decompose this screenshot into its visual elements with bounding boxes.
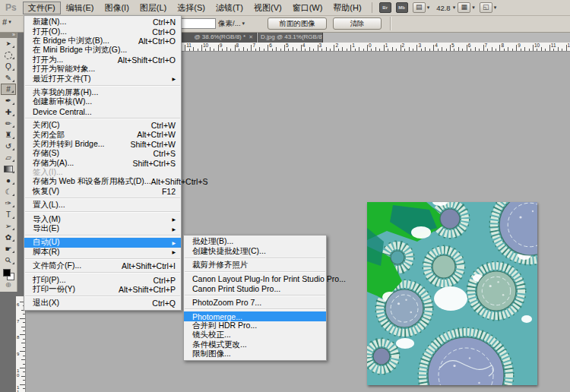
- foreground-color-swatch[interactable]: [3, 269, 11, 277]
- type-tool[interactable]: T: [1, 209, 16, 220]
- file-menu-item[interactable]: 脚本(R)▶: [24, 248, 181, 257]
- menubar-item-view[interactable]: 视图(V): [249, 2, 287, 14]
- file-menu-item[interactable]: 文件简介(F)...Alt+Shift+Ctrl+I: [24, 261, 181, 270]
- pen-tool[interactable]: ✑: [1, 198, 16, 209]
- gradient-tool[interactable]: [1, 163, 16, 175]
- clone-stamp-tool[interactable]: ♜: [1, 129, 16, 141]
- flower-speckle: [502, 294, 505, 296]
- menubar-item-filter[interactable]: 滤镜(T): [211, 2, 249, 14]
- ruler-tick: [214, 49, 214, 51]
- hand-tool[interactable]: ☛: [1, 243, 16, 254]
- panel-collapse-icon[interactable]: »: [0, 32, 17, 38]
- screen-mode-icon: ◱: [480, 2, 492, 13]
- file-menu-item[interactable]: 创建新审核(W)...: [24, 97, 181, 106]
- dodge-tool[interactable]: ☾: [1, 186, 16, 198]
- menubar-item-layer[interactable]: 图层(L): [135, 2, 172, 14]
- vertical-ruler[interactable]: 67891 01 1: [16, 296, 26, 392]
- eraser-tool[interactable]: ▱: [1, 152, 16, 163]
- file-menu-item[interactable]: 在 Mini Bridge 中浏览(G)...: [24, 46, 181, 55]
- tool-preset-picker[interactable]: # ▾: [2, 17, 11, 27]
- automate-submenu-item[interactable]: 镜头校正...: [184, 330, 326, 340]
- ruler-tick: [205, 49, 206, 51]
- file-menu-item[interactable]: 导出(E)▶: [24, 224, 181, 233]
- quick-selection-tool[interactable]: ✎: [1, 72, 16, 84]
- ruler-tick: [492, 47, 492, 51]
- dodge-tool-icon: ☾: [5, 188, 12, 196]
- file-menu-item[interactable]: 打开(O)...Ctrl+O: [24, 27, 181, 36]
- file-menu-item[interactable]: 自动(U)▶: [24, 238, 181, 247]
- file-menu-item[interactable]: 恢复(V)F12: [24, 187, 181, 196]
- document-tab-active[interactable]: D.jpg @ 43.1%(RGB/8) *✕: [258, 32, 323, 43]
- menubar-item-image[interactable]: 图像(I): [99, 2, 134, 14]
- clear-button[interactable]: 清除: [333, 17, 382, 30]
- file-menu-item[interactable]: 存储为 Web 和设备所用格式(D)...Alt+Shift+Ctrl+S: [24, 177, 181, 186]
- view-extras-button[interactable]: ▤▾: [413, 2, 430, 13]
- automate-submenu-item[interactable]: 限制图像...: [184, 349, 326, 359]
- arrange-documents-button[interactable]: ▦▾: [458, 2, 475, 13]
- file-menu-item[interactable]: 关闭并转到 Bridge...Shift+Ctrl+W: [24, 140, 181, 149]
- move-tool[interactable]: ➤: [1, 38, 16, 49]
- blur-tool[interactable]: ●: [1, 175, 16, 186]
- ruler-tick: [313, 49, 314, 51]
- close-icon[interactable]: ✕: [249, 34, 253, 40]
- automate-submenu-item[interactable]: Photomerge...: [184, 311, 326, 321]
- file-menu-item[interactable]: 打开为智能对象...: [24, 65, 181, 74]
- automate-submenu-item[interactable]: PhotoZoom Pro 7...: [184, 298, 326, 307]
- automate-submenu-item[interactable]: 批处理(B)...: [184, 237, 326, 246]
- file-menu-item[interactable]: 关闭(C)Ctrl+W: [24, 121, 181, 130]
- elliptical-marquee-tool[interactable]: [1, 49, 16, 61]
- ruler-tick: [326, 47, 327, 51]
- automate-submenu-item[interactable]: Canon Print Studio Pro...: [184, 284, 326, 293]
- file-menu-item[interactable]: 置入(L)...: [24, 201, 181, 210]
- crop-size-field[interactable]: [181, 18, 216, 29]
- automate-submenu-item[interactable]: 合并到 HDR Pro...: [184, 321, 326, 330]
- file-menu-item[interactable]: 打开为...Alt+Shift+Ctrl+O: [24, 55, 181, 65]
- file-menu-item[interactable]: 在 Bridge 中浏览(B)...Alt+Ctrl+O: [24, 36, 181, 46]
- custom-shape-tool[interactable]: ✿: [1, 232, 16, 243]
- color-swatches[interactable]: [1, 267, 16, 281]
- path-selection-tool[interactable]: ➢: [1, 220, 16, 232]
- launch-bridge-button[interactable]: Br: [379, 2, 391, 13]
- history-brush-tool[interactable]: ↺: [1, 141, 16, 152]
- file-menu-item[interactable]: 导入(M)▶: [24, 214, 181, 223]
- flower-speckle: [410, 311, 412, 314]
- menubar-item-file[interactable]: 文件(F): [23, 2, 61, 14]
- file-menu-item[interactable]: 共享我的屏幕(H)...: [24, 88, 181, 97]
- file-menu-item[interactable]: Device Central...: [24, 107, 181, 116]
- file-menu-item[interactable]: 退出(X)Ctrl+Q: [24, 299, 181, 308]
- automate-submenu-item[interactable]: Canon Layout Plug-In for Print Studio Pr…: [184, 274, 326, 283]
- quick-mask-button[interactable]: ◎: [1, 281, 16, 289]
- file-menu-item[interactable]: 打印(P)...Ctrl+P: [24, 275, 181, 284]
- file-menu-item[interactable]: 存储(S)Ctrl+S: [24, 149, 181, 158]
- eyedropper-tool[interactable]: ✒: [1, 95, 16, 106]
- file-menu-item[interactable]: 关闭全部Alt+Ctrl+W: [24, 130, 181, 139]
- zoom-level-value[interactable]: 42.8: [436, 4, 451, 12]
- automate-submenu-item[interactable]: 条件模式更改...: [184, 340, 326, 349]
- file-menu-item[interactable]: 打印一份(Y)Alt+Shift+Ctrl+P: [24, 285, 181, 294]
- menubar-item-help[interactable]: 帮助(H): [328, 2, 366, 14]
- front-image-button[interactable]: 前面的图像: [268, 17, 327, 30]
- menu-item-shortcut: Shift+Ctrl+W: [130, 140, 176, 149]
- chevron-down-icon[interactable]: ▾: [453, 5, 456, 11]
- launch-mini-bridge-button[interactable]: Mb: [396, 2, 408, 13]
- blur-tool-icon: ●: [6, 176, 11, 185]
- automate-submenu-item[interactable]: 创建快捷批处理(C)...: [184, 246, 326, 255]
- menubar-item-window[interactable]: 窗口(W): [287, 2, 328, 14]
- ruler-tick: [371, 49, 372, 51]
- screen-mode-button[interactable]: ◱▾: [480, 2, 497, 13]
- file-menu-item[interactable]: 新建(N)...Ctrl+N: [24, 17, 181, 27]
- lasso-tool[interactable]: Ϙ: [1, 61, 16, 72]
- crop-tool[interactable]: #: [1, 84, 16, 95]
- file-menu-item[interactable]: 签入(I)...: [24, 168, 181, 177]
- spot-healing-brush-tool[interactable]: ✚: [1, 106, 16, 118]
- document-image[interactable]: [367, 202, 537, 385]
- menubar-item-edit[interactable]: 编辑(E): [61, 2, 100, 14]
- file-menu-item[interactable]: 存储为(A)...Shift+Ctrl+S: [24, 158, 181, 167]
- zoom-tool[interactable]: ⚲: [1, 254, 16, 266]
- file-menu-item[interactable]: 最近打开文件(T)▶: [24, 74, 181, 83]
- automate-submenu-item[interactable]: 裁剪并修齐照片: [184, 261, 326, 270]
- brush-tool[interactable]: ✏: [1, 118, 16, 129]
- resolution-unit-select[interactable]: 像素/... ▾: [218, 18, 245, 29]
- ruler-tick: [330, 49, 331, 51]
- menubar-item-select[interactable]: 选择(S): [172, 2, 211, 14]
